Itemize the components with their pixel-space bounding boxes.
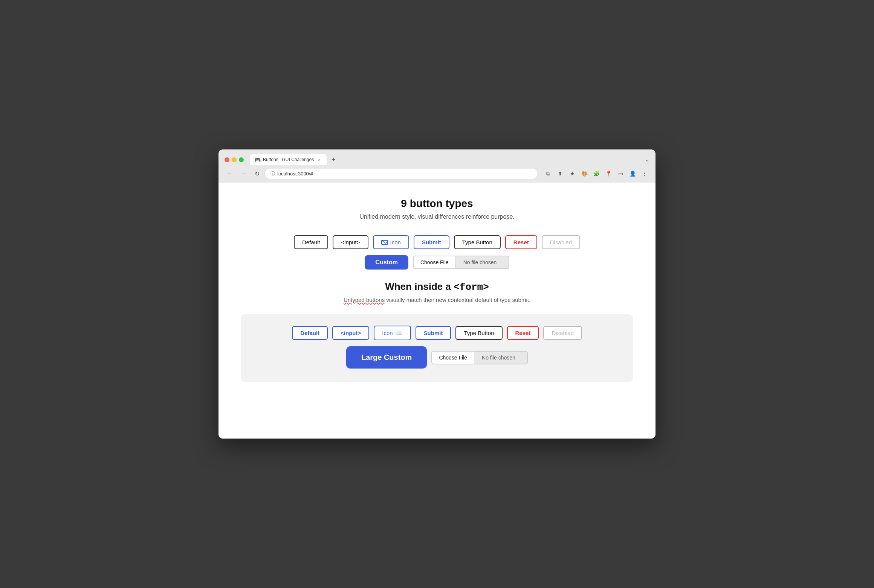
tab-close-icon[interactable]: × [316, 157, 322, 163]
form-disabled-button: Disabled [543, 326, 582, 340]
forward-button[interactable]: → [238, 168, 249, 179]
new-tab-button[interactable]: + [328, 154, 339, 165]
browser-window: 🎮 Buttons | GUI Challenges × + ⌄ ← → ↻ ⓘ… [218, 149, 656, 439]
file-input-wrapper: Choose File No file chosen [413, 256, 509, 269]
form-icon-button-label: Icon [382, 330, 393, 336]
cloud-icon: ☁️ [395, 329, 403, 337]
no-file-chosen-text: No file chosen [456, 256, 509, 268]
form-section: Default <input> Icon ☁️ Submit Type Butt… [241, 314, 633, 382]
form-reset-button[interactable]: Reset [507, 326, 539, 340]
security-info-icon: ⓘ [270, 171, 275, 177]
choose-file-button[interactable]: Choose File [414, 256, 456, 268]
sidebar-icon[interactable]: ▭ [616, 169, 625, 178]
form-type-button-button[interactable]: Type Button [455, 326, 502, 340]
extensions-icon[interactable]: 🧩 [591, 169, 601, 178]
form-file-input-wrapper: Choose File No file chosen [431, 351, 528, 364]
submit-button[interactable]: Submit [414, 235, 449, 249]
close-button[interactable] [225, 157, 229, 162]
browser-toolbar-right: ⧉ ⬆ ★ 🎨 🧩 📍 ▭ 👤 ⋮ [543, 169, 649, 178]
back-button[interactable]: ← [225, 168, 235, 179]
page-content: 9 button types Unified modern style, vis… [218, 183, 656, 439]
input-button[interactable]: <input> [333, 235, 368, 249]
form-default-button[interactable]: Default [292, 326, 328, 340]
form-section-subtitle: Untyped buttons visually match their new… [241, 297, 633, 303]
tab-favicon-icon: 🎮 [254, 157, 261, 163]
address-bar[interactable]: ⓘ localhost:3000/# [265, 169, 537, 179]
subtitle-rest-text: visually match their new contextual defa… [385, 297, 530, 303]
type-button-button[interactable]: Type Button [454, 235, 501, 249]
form-icon-button[interactable]: Icon ☁️ [374, 326, 411, 340]
bookmark-icon[interactable]: ★ [567, 169, 577, 178]
menu-icon[interactable]: ⋮ [640, 169, 649, 178]
icon-button[interactable]: Icon [373, 235, 409, 249]
envelope-icon [381, 240, 388, 245]
tab-title: Buttons | GUI Challenges [263, 157, 314, 162]
url-display: localhost:3000/# [277, 171, 313, 177]
form-input-button[interactable]: <input> [332, 326, 369, 340]
button-row-2: Custom Choose File No file chosen [241, 255, 633, 270]
pin-icon[interactable]: 📍 [604, 169, 613, 178]
titlebar: 🎮 Buttons | GUI Challenges × + ⌄ [218, 149, 656, 165]
reset-button[interactable]: Reset [505, 235, 537, 249]
page-subtitle: Unified modern style, visual differences… [241, 213, 633, 220]
form-button-row-1: Default <input> Icon ☁️ Submit Type Butt… [292, 326, 582, 340]
button-row-1: Default <input> Icon Submit Type Button … [241, 235, 633, 249]
page-title: 9 button types [241, 198, 633, 210]
form-submit-button[interactable]: Submit [416, 326, 451, 340]
disabled-button: Disabled [542, 235, 580, 249]
maximize-button[interactable] [239, 157, 244, 162]
large-custom-button[interactable]: Large Custom [346, 346, 427, 369]
extension-color-icon[interactable]: 🎨 [579, 169, 589, 178]
default-button[interactable]: Default [294, 235, 329, 249]
icon-button-label: Icon [390, 239, 401, 245]
minimize-button[interactable] [232, 157, 237, 162]
external-link-icon[interactable]: ⧉ [543, 169, 553, 178]
window-controls [225, 157, 244, 162]
active-tab[interactable]: 🎮 Buttons | GUI Challenges × [250, 154, 327, 165]
chevron-down-icon[interactable]: ⌄ [645, 157, 649, 163]
tab-bar: 🎮 Buttons | GUI Challenges × + [250, 154, 642, 165]
form-no-file-chosen-text: No file chosen [474, 352, 527, 364]
form-choose-file-button[interactable]: Choose File [432, 352, 474, 364]
form-button-row-2: Large Custom Choose File No file chosen [346, 346, 528, 369]
share-icon[interactable]: ⬆ [555, 169, 565, 178]
profile-icon[interactable]: 👤 [628, 169, 637, 178]
form-section-title: When inside a <form> [241, 281, 633, 293]
untyped-buttons-text: Untyped buttons [344, 297, 385, 303]
custom-button[interactable]: Custom [365, 255, 408, 270]
address-bar-row: ← → ↻ ⓘ localhost:3000/# ⧉ ⬆ ★ 🎨 🧩 📍 ▭ 👤… [218, 165, 656, 183]
reload-button[interactable]: ↻ [252, 168, 262, 179]
